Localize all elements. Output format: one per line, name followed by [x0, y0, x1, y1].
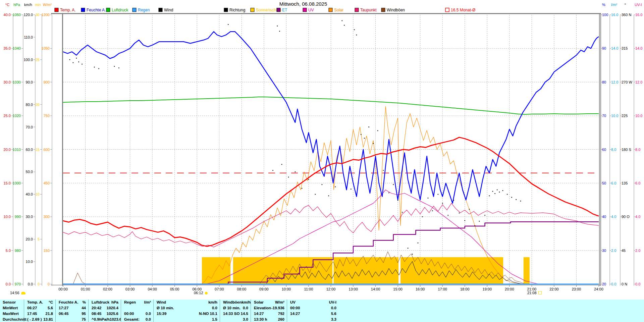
axis-tick-label: 8.0 [635, 148, 640, 152]
series-richtung [344, 25, 344, 25]
series-richtung [442, 203, 443, 204]
series-richtung [377, 130, 378, 131]
legend-label-windboeen: Windböen [387, 8, 405, 12]
axis-tick-label: 0 N [622, 282, 627, 286]
axis-tick-label: 990 [15, 215, 21, 219]
axis-unit-%: % [602, 3, 605, 7]
axis-tick-label: 8.0 [611, 148, 616, 152]
axis-tick-label: 6.0 [635, 181, 640, 185]
axis-tick-label: 50.0 [26, 170, 33, 174]
sunset-time: 21:08 [527, 291, 537, 295]
axis-tick-label: 120.0 [23, 13, 33, 17]
axis-tick-label: 25 [36, 58, 40, 62]
series-richtung [432, 210, 433, 211]
stats-value: 13.81 [43, 317, 53, 321]
stats-windboeen-max: 14:33SO 14.5 [220, 311, 251, 317]
legend-swatch-richtung [224, 8, 228, 12]
axis-tick-label: 10.0 [635, 114, 642, 118]
stats-solar-max: 14:27792 [251, 311, 287, 317]
series-richtung [73, 62, 73, 63]
stats-feuchte-min: 17:2744 [55, 305, 88, 311]
x-axis-label: 02:00 [103, 287, 112, 291]
stats-value: N-NO 10.1 [199, 312, 217, 316]
stats-row-minwert: MinWert06:275.617:274420:421020.4Ø 10 mi… [0, 305, 644, 311]
axis-tick-label: 100 [602, 13, 608, 17]
stats-row-label: Durchschnitt [0, 316, 24, 322]
axis-tick-label: 1040 [13, 46, 21, 50]
legend-swatch-monat [445, 8, 449, 12]
series-richtung [497, 190, 497, 190]
axis-tick-label: 970 [15, 282, 21, 286]
stats-feuchte-avg: 75 [55, 316, 88, 322]
axis-tick-label: 450 [44, 181, 50, 185]
axis-tick-label: 16.0 [611, 13, 618, 17]
axis-tick-label: 270 W [622, 80, 632, 84]
stats-row-label: MaxWert [0, 311, 24, 317]
series-richtung [94, 67, 95, 67]
stats-value: 06:45 [59, 312, 68, 316]
axis-tick-label: 1050 [42, 46, 50, 50]
stats-filler [339, 316, 644, 322]
series-richtung [328, 196, 329, 196]
legend-label-feuchte: Feuchte A. [87, 8, 106, 12]
axis-tick-label: 750 [44, 114, 50, 118]
stats-regen-header: Regenl/m² [121, 300, 153, 305]
legend-swatch-taupunkt [355, 8, 359, 12]
axis-tick-label: 40.0 [4, 13, 11, 17]
stats-regen-avg: Gesamt:0.0 [121, 316, 153, 322]
sun-icon [21, 292, 25, 294]
stats-uv-avg: 3.3 [287, 316, 339, 322]
axis-tick-label: 10 [36, 192, 40, 196]
axis-tick-label: 50 [602, 181, 606, 185]
plot-border-right [599, 13, 600, 286]
axis-tick-label: 1010 [13, 148, 21, 152]
stats-value: l/m² [144, 300, 151, 304]
series-richtung [228, 24, 228, 25]
sunrise-annotation: 06:12 [194, 291, 208, 295]
axis-tick-label: 15.0 [4, 181, 11, 185]
legend-label-uv: UV [308, 8, 314, 12]
series-richtung [354, 29, 355, 30]
axis-tick-label: 25.0 [4, 114, 11, 118]
x-axis-label: 00:00 [58, 287, 68, 291]
stats-value: Ø 10 min. [157, 306, 174, 310]
axis-unit-UV-I: UV-I [635, 3, 642, 7]
stats-value: 06:27 [27, 306, 37, 310]
series-richtung [364, 138, 365, 139]
stats-value: Wind [157, 300, 166, 304]
sunset-icon [538, 291, 542, 294]
stats-value: 3.3 [331, 317, 336, 321]
series-richtung [118, 67, 119, 68]
axis-tick-label: 45 [622, 249, 626, 253]
x-axis-label: 22:00 [549, 287, 559, 291]
axis-tick-label: 1020 [13, 114, 21, 118]
stats-value: 17:45 [27, 312, 37, 316]
stats-value: Gesamt: [124, 317, 140, 321]
x-axis-label: 04:00 [148, 287, 157, 291]
axis-tick-label: 12.0 [611, 80, 618, 84]
axis-tick-label: 15 [36, 148, 40, 152]
day-length-annotation: 14:56 [10, 291, 25, 295]
series-richtung [418, 243, 418, 243]
axis-tick-label: 0.0 [6, 282, 11, 286]
axis-tick-label: 30 [36, 13, 40, 17]
legend-swatch-et [277, 8, 280, 12]
stats-value: 1.5 [212, 317, 217, 321]
series-richtung [507, 194, 507, 195]
series-richtung [511, 197, 512, 198]
legend-label-monat: 16.5 Monat-Ø [451, 8, 475, 12]
stats-value: 14:27 [290, 312, 300, 316]
x-axis-label: 01:00 [81, 287, 90, 291]
series-richtung [484, 215, 485, 216]
stats-value: Regen [124, 300, 136, 304]
legend-swatch-windboeen [381, 8, 385, 12]
stats-value: 1020.4 [107, 306, 118, 310]
series-richtung [520, 201, 521, 201]
stats-luftdruck-avg: ^0.9hPa/h1023.6 [88, 316, 121, 322]
axis-tick-label: 0 [38, 282, 40, 286]
axis-tick-label: 60 [602, 148, 606, 152]
stats-value: SO 14.5 [234, 312, 248, 316]
stats-row-label: Sensor [0, 300, 24, 305]
series-richtung [448, 215, 448, 216]
stats-value: Luftdruck [92, 300, 109, 304]
